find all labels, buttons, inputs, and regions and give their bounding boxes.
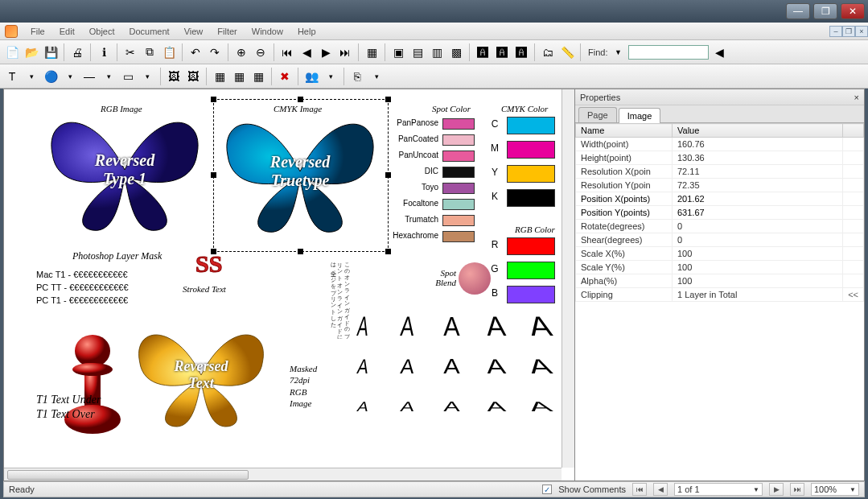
show-comments-checkbox[interactable]: ✓: [542, 485, 552, 494]
menu-file[interactable]: File: [24, 25, 51, 38]
text-tool-icon[interactable]: T: [3, 68, 21, 85]
last-page-icon[interactable]: ⏭: [336, 43, 354, 61]
undo-icon[interactable]: ↶: [187, 43, 204, 61]
menu-view[interactable]: View: [178, 25, 210, 38]
spot-swatch[interactable]: [442, 167, 475, 178]
spot-swatch[interactable]: [442, 199, 475, 210]
prop-row[interactable]: Rotate(degrees)0: [576, 220, 864, 233]
cmyk-butterfly-image[interactable]: Reversed Truetype: [220, 107, 381, 236]
properties-close-icon[interactable]: ×: [854, 93, 859, 102]
paste-icon[interactable]: 📋: [160, 43, 178, 61]
cmyk-swatch[interactable]: [507, 117, 555, 134]
layers-icon[interactable]: 🗂: [539, 43, 557, 61]
text-dd-icon[interactable]: ▾: [23, 68, 40, 85]
win-minimize-button[interactable]: —: [786, 3, 810, 19]
nav-prev-icon[interactable]: ◀: [653, 483, 668, 496]
find-prev-icon[interactable]: ◀: [710, 43, 728, 61]
document-canvas[interactable]: Reversed Type 1 RGB Image Photoshop Laye…: [4, 89, 574, 480]
menu-window[interactable]: Window: [245, 25, 290, 38]
next-page-icon[interactable]: ▶: [317, 43, 335, 61]
line-dd-icon[interactable]: ▾: [100, 68, 117, 85]
menu-document[interactable]: Document: [123, 25, 176, 38]
select-icon[interactable]: ▦: [363, 43, 381, 61]
img1-icon[interactable]: 🖼: [165, 68, 183, 85]
tab-image[interactable]: Image: [619, 108, 661, 123]
people-dd-icon[interactable]: ▾: [322, 68, 339, 85]
print-icon[interactable]: 🖨: [68, 43, 86, 61]
win-close-button[interactable]: ✕: [841, 3, 865, 19]
prop-row[interactable]: Scale Y(%)100: [576, 261, 864, 274]
spot-swatch[interactable]: [442, 231, 475, 242]
spot-swatch[interactable]: [442, 118, 475, 130]
yellow-butterfly-image[interactable]: Reversed Text: [133, 315, 269, 435]
menu-object[interactable]: Object: [83, 25, 121, 38]
tool-a-icon[interactable]: ▣: [389, 43, 407, 61]
tool-d-icon[interactable]: ▩: [447, 43, 465, 61]
new-icon[interactable]: 📄: [3, 43, 21, 61]
spot-swatch[interactable]: [442, 183, 475, 194]
nav-first-icon[interactable]: ⏮: [632, 483, 647, 496]
obj3-icon[interactable]: ▦: [249, 68, 267, 85]
spot-blend-circle[interactable]: [459, 262, 491, 295]
cut-icon[interactable]: ✂: [121, 43, 139, 61]
redo-icon[interactable]: ↷: [206, 43, 224, 61]
mdi-min-button[interactable]: –: [829, 26, 842, 37]
obj2-icon[interactable]: ▦: [230, 68, 248, 85]
rgb-swatch[interactable]: [507, 286, 555, 303]
ruler-icon[interactable]: 📏: [558, 43, 576, 61]
spot-swatch[interactable]: [442, 151, 475, 162]
prop-row[interactable]: Scale X(%)100: [576, 247, 864, 261]
rgb-butterfly-image[interactable]: Reversed Type 1: [44, 105, 205, 234]
text-c-icon[interactable]: 🅰: [512, 43, 530, 61]
win-maximize-button[interactable]: ❐: [813, 3, 837, 19]
menu-help[interactable]: Help: [291, 25, 323, 38]
menu-edit[interactable]: Edit: [53, 25, 81, 38]
obj1-icon[interactable]: ▦: [211, 68, 228, 85]
cmyk-swatch[interactable]: [507, 165, 555, 183]
text-a-icon[interactable]: 🅰: [474, 43, 492, 61]
tool-b-icon[interactable]: ▤: [409, 43, 426, 61]
clip-dd-icon[interactable]: ▾: [368, 68, 385, 85]
prop-row[interactable]: Position Y(points)631.67: [576, 206, 864, 220]
info-icon[interactable]: ℹ: [95, 43, 113, 61]
find-dropdown-icon[interactable]: ▼: [609, 43, 627, 61]
vertical-scrollbar[interactable]: [562, 89, 574, 468]
mdi-close-button[interactable]: ×: [855, 26, 868, 37]
zoom-indicator[interactable]: 100%▼: [811, 483, 859, 496]
rgb-swatch[interactable]: [507, 237, 555, 255]
canvas-viewport[interactable]: Reversed Type 1 RGB Image Photoshop Laye…: [4, 89, 574, 480]
page-indicator[interactable]: 1 of 1▼: [674, 483, 763, 496]
spot-swatch[interactable]: [442, 215, 475, 226]
tool-c-icon[interactable]: ▥: [428, 43, 446, 61]
clip-icon[interactable]: ⎘: [348, 68, 366, 85]
nav-last-icon[interactable]: ⏭: [790, 483, 804, 496]
first-page-icon[interactable]: ⏮: [278, 43, 296, 61]
del-icon[interactable]: ✖: [276, 68, 294, 85]
properties-grid[interactable]: NameValue Width(point)160.76Height(point…: [575, 123, 864, 480]
color-icon[interactable]: 🔵: [42, 68, 60, 85]
prop-row[interactable]: Alpha(%)100: [576, 274, 864, 288]
cmyk-swatch[interactable]: [507, 189, 555, 207]
scroll-thumb[interactable]: [7, 470, 249, 480]
tab-page[interactable]: Page: [578, 107, 617, 122]
prop-row[interactable]: Resolution Y(poin72.35: [576, 179, 864, 192]
prop-row[interactable]: Resolution X(poin72.11: [576, 165, 864, 179]
open-icon[interactable]: 📂: [23, 43, 40, 61]
menu-filter[interactable]: Filter: [211, 25, 243, 38]
people-icon[interactable]: 👥: [302, 68, 320, 85]
prop-row[interactable]: Clipping1 Layer in Total<<: [576, 288, 864, 302]
rgb-swatch[interactable]: [507, 262, 555, 279]
prop-row[interactable]: Width(point)160.76: [576, 138, 864, 151]
mdi-restore-button[interactable]: ❐: [842, 26, 855, 37]
prop-row[interactable]: Height(point)130.36: [576, 151, 864, 165]
horizontal-scrollbar[interactable]: [4, 468, 562, 480]
box-dd-icon[interactable]: ▾: [138, 68, 156, 85]
color-dd-icon[interactable]: ▾: [61, 68, 79, 85]
spot-swatch[interactable]: [442, 134, 475, 146]
line-icon[interactable]: —: [80, 68, 98, 85]
find-input[interactable]: [628, 45, 709, 60]
box-icon[interactable]: ▭: [119, 68, 137, 85]
prop-row[interactable]: Position X(points)201.62: [576, 192, 864, 206]
save-icon[interactable]: 💾: [42, 43, 60, 61]
zoom-in-icon[interactable]: ⊕: [232, 43, 250, 61]
